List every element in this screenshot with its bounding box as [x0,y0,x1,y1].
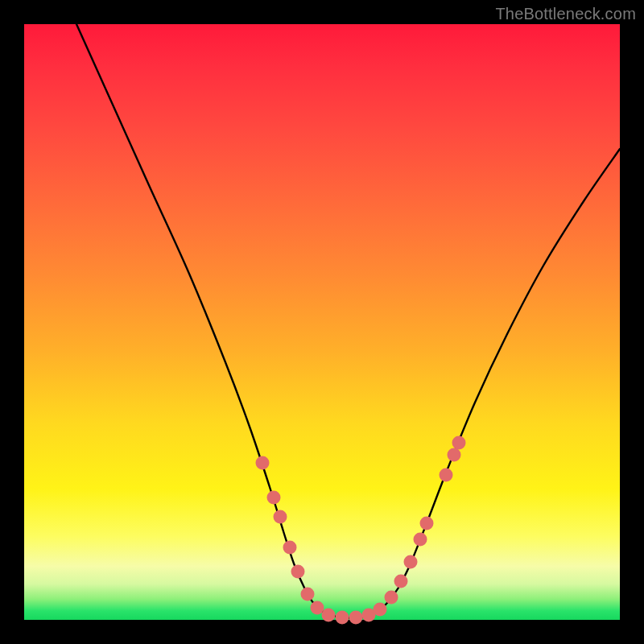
curve-marker [374,603,387,617]
curve-marker [440,469,453,482]
bottleneck-curve [76,24,620,618]
curve-marker [311,601,324,615]
curve-marker [274,510,287,524]
chart-frame: TheBottleneck.com [0,0,644,644]
curve-marker [452,436,466,450]
watermark-label: TheBottleneck.com [495,5,636,23]
curve-marker [404,555,418,569]
curve-marker [256,456,270,470]
curve-marker [283,541,297,555]
curve-marker [349,611,363,625]
curve-marker [414,533,427,547]
curve-marker [394,575,408,588]
curve-markers [256,436,466,625]
curve-marker [420,517,434,530]
curve-marker [301,588,315,601]
curve-marker [448,448,461,462]
curve-marker [267,491,281,505]
curve-marker [322,609,336,622]
bottleneck-curve-svg [24,24,620,620]
curve-marker [291,565,305,579]
plot-area [24,24,620,620]
curve-marker [385,591,398,605]
curve-marker [336,611,349,625]
